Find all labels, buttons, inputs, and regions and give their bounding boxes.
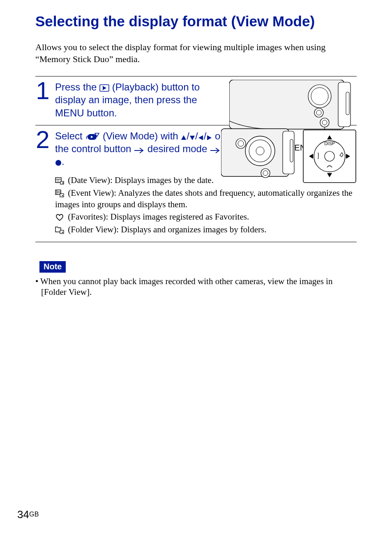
svg-point-45 [261, 169, 270, 178]
step-1: 1 Press the (Playback) button to display… [35, 76, 357, 125]
disp-label: DISP [324, 141, 335, 146]
up-arrow-icon [181, 135, 187, 141]
mode-folder-view: (Folder View): Displays and organizes im… [55, 224, 357, 235]
text: Select [55, 130, 85, 141]
step-1-instruction: Press the (Playback) button to display a… [55, 81, 228, 119]
svg-marker-16 [181, 135, 186, 140]
page-number-suffix: GB [29, 511, 39, 518]
svg-marker-19 [207, 135, 212, 140]
left-arrow-icon [198, 135, 204, 141]
page-number-value: 34 [17, 508, 29, 521]
svg-point-40 [245, 136, 275, 166]
page-title: Selecting the display format (View Mode) [35, 12, 357, 30]
date-view-icon [55, 176, 64, 185]
text: / [204, 130, 207, 141]
svg-rect-39 [290, 139, 293, 162]
text: When you cannot play back images recorde… [40, 276, 332, 297]
text: desired mode [148, 143, 210, 154]
step-number: 1 [35, 80, 50, 102]
steps-container: 1 Press the (Playback) button to display… [35, 76, 357, 242]
arrow-right-icon [134, 148, 145, 153]
right-arrow-icon [206, 135, 212, 141]
text: (Event View): Analyzes the dates shots a… [55, 188, 353, 209]
svg-marker-17 [190, 136, 195, 140]
text: (Date View): Displays images by the date… [66, 175, 214, 185]
text: (Folder View): Displays and organizes im… [66, 225, 266, 234]
camera-illustration-2: DISP [221, 128, 357, 187]
view-mode-icon [85, 132, 100, 141]
svg-point-22 [55, 160, 61, 166]
note-label: Note [39, 261, 66, 273]
mode-event-view: (Event View): Analyzes the dates shots a… [55, 187, 357, 211]
svg-point-43 [236, 139, 246, 148]
event-view-icon [55, 189, 64, 197]
text: Press the [55, 81, 99, 93]
step-number: 2 [35, 129, 50, 151]
svg-point-8 [314, 108, 323, 117]
text: . [62, 156, 65, 167]
step-2-instruction: Select (View Mode) with /// on the contr… [55, 130, 228, 168]
text: (Favorites): Displays images registered … [66, 212, 249, 222]
svg-rect-5 [346, 92, 349, 115]
folder-view-icon [55, 226, 64, 234]
mode-favorites: (Favorites): Displays images registered … [55, 211, 357, 222]
bullet-icon: • [35, 276, 40, 287]
svg-rect-33 [60, 194, 64, 197]
svg-marker-18 [198, 135, 203, 140]
text: / [187, 130, 189, 141]
intro-paragraph: Allows you to select the display format … [35, 41, 357, 65]
favorites-icon [55, 213, 64, 221]
page-number: 34GB [17, 508, 39, 521]
center-dot-icon [55, 160, 62, 166]
svg-rect-35 [60, 230, 64, 234]
svg-point-6 [308, 85, 331, 108]
svg-marker-1 [103, 86, 106, 90]
note-item: •When you cannot play back images record… [35, 276, 357, 298]
step-2: 2 Select (View Mode) with /// on the con… [35, 125, 357, 242]
text: / [195, 130, 198, 141]
playback-icon [99, 84, 109, 92]
arrow-right-icon [210, 148, 221, 153]
text: (View Mode) with [103, 130, 181, 141]
down-arrow-icon [189, 135, 195, 141]
